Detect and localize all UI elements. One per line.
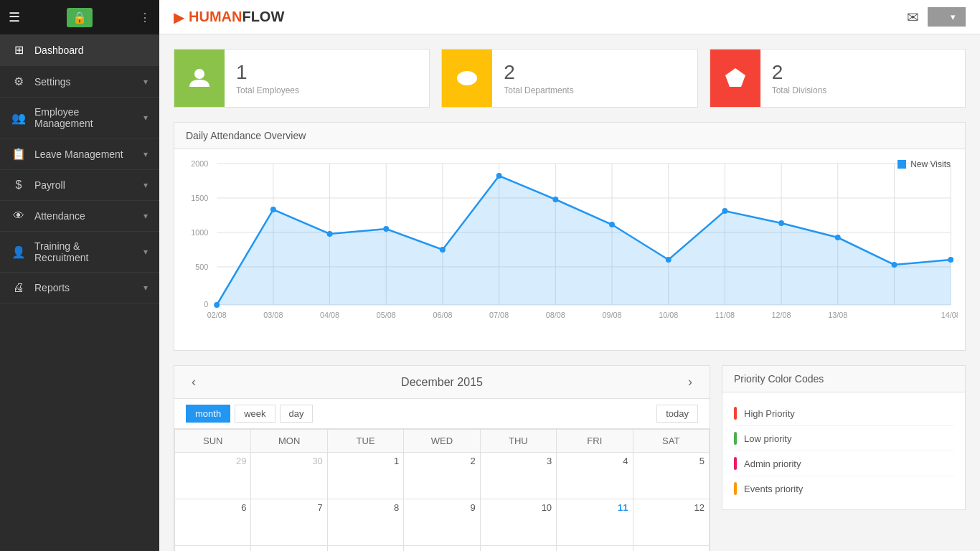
svg-text:0: 0 (204, 300, 208, 309)
sidebar-item-settings[interactable]: ⚙ Settings ▾ (0, 66, 159, 98)
calendar-day[interactable]: 6 (175, 499, 251, 546)
calendar-day[interactable]: 4 (557, 453, 633, 499)
calendar-day[interactable]: 1 (327, 453, 403, 499)
main-content: ▶ HUMANFLOW ✉ ▾ 1 Total Employees (159, 0, 980, 551)
sidebar-item-leave-management[interactable]: 📋 Leave Management ▾ (0, 138, 159, 170)
calendar-grid: SUN MON TUE WED THU FRI SAT 293012345678… (174, 429, 710, 551)
lock-icon: 🔒 (72, 11, 87, 24)
settings-icon: ⚙ (11, 75, 26, 88)
calendar-day[interactable]: 11 (557, 499, 633, 546)
priority-label: Low priority (744, 433, 791, 444)
chevron-down-icon: ▾ (143, 283, 148, 293)
priority-item: Admin priority (734, 451, 953, 476)
svg-text:08/08: 08/08 (546, 311, 565, 319)
divisions-card-body: 2 Total Divisions (760, 52, 839, 104)
svg-point-32 (496, 173, 502, 179)
calendar-day[interactable]: 8 (327, 499, 403, 546)
svg-text:1000: 1000 (191, 228, 208, 237)
calendar-day[interactable]: 17 (480, 546, 556, 552)
sidebar-item-label: Reports (34, 282, 135, 293)
calendar-day[interactable]: 30 (251, 453, 327, 499)
svg-point-40 (948, 257, 953, 263)
svg-point-36 (722, 208, 727, 214)
svg-text:10/08: 10/08 (659, 311, 678, 319)
priority-item: High Priority (734, 401, 953, 426)
calendar-day[interactable]: 12 (633, 499, 709, 546)
calendar-day[interactable]: 16 (404, 546, 480, 552)
mail-icon[interactable]: ✉ (907, 9, 919, 26)
col-sat: SAT (633, 430, 709, 453)
calendar-today-button[interactable]: today (656, 405, 698, 423)
sidebar-item-label: Employee Management (34, 106, 135, 129)
priority-item: Events priority (734, 476, 953, 501)
sidebar-item-attendance[interactable]: 👁 Attendance ▾ (0, 201, 159, 232)
calendar-day[interactable]: 29 (175, 453, 251, 499)
departments-icon (442, 50, 492, 107)
calendar-day[interactable]: 14 (251, 546, 327, 552)
calendar-week-button[interactable]: week (235, 405, 275, 423)
payroll-icon: $ (11, 179, 26, 192)
sidebar-item-payroll[interactable]: $ Payroll ▾ (0, 170, 159, 201)
calendar-day[interactable]: 7 (251, 499, 327, 546)
sidebar-item-label: Leave Management (34, 149, 135, 160)
svg-text:12/08: 12/08 (772, 311, 791, 319)
sidebar-item-employee-management[interactable]: 👥 Employee Management ▾ (0, 98, 159, 138)
sidebar-item-reports[interactable]: 🖨 Reports ▾ (0, 273, 159, 303)
sidebar-header: ☰ 🔒 ⋮ (0, 0, 159, 34)
svg-text:11/08: 11/08 (715, 311, 735, 319)
calendar-section: ‹ December 2015 › month week day today S… (174, 365, 710, 551)
svg-text:1500: 1500 (191, 194, 208, 202)
sidebar-item-label: Training & Recruitment (34, 240, 135, 263)
calendar-prev-button[interactable]: ‹ (186, 373, 202, 391)
svg-text:2000: 2000 (191, 159, 208, 168)
svg-text:05/08: 05/08 (377, 311, 396, 319)
sidebar-item-label: Payroll (34, 179, 135, 191)
page-body: 1 Total Employees 2 Total Departments (159, 34, 980, 551)
dashboard-icon: ⊞ (11, 43, 26, 57)
svg-point-27 (214, 302, 220, 308)
calendar-day[interactable]: 3 (480, 453, 556, 499)
sidebar-dots[interactable]: ⋮ (139, 11, 151, 24)
logo: ▶ HUMANFLOW (174, 9, 284, 26)
chart-section: Daily Attendance Overview New Visits 200… (174, 122, 966, 351)
calendar-day[interactable]: 9 (404, 499, 480, 546)
chart-header: Daily Attendance Overview (174, 123, 965, 149)
chevron-down-icon: ▾ (143, 77, 148, 87)
departments-card-body: 2 Total Departments (492, 52, 585, 104)
svg-text:14/08: 14/08 (941, 311, 958, 319)
calendar-day[interactable]: 13 (175, 546, 251, 552)
svg-point-38 (835, 235, 841, 240)
calendar-day[interactable]: 18 (557, 546, 633, 552)
sidebar-item-dashboard[interactable]: ⊞ Dashboard (0, 34, 159, 66)
calendar-day[interactable]: 19 (633, 546, 709, 552)
calendar-month-button[interactable]: month (186, 405, 230, 423)
col-wed: WED (404, 430, 480, 453)
user-menu-button[interactable]: ▾ (928, 7, 966, 27)
col-sun: SUN (175, 430, 251, 453)
svg-point-35 (666, 257, 672, 263)
hamburger-icon[interactable]: ☰ (9, 9, 20, 25)
sidebar-item-label: Dashboard (34, 44, 148, 56)
calendar-next-button[interactable]: › (682, 373, 698, 391)
divisions-count: 2 (772, 61, 827, 84)
calendar-day[interactable]: 5 (633, 453, 709, 499)
calendar-day[interactable]: 15 (327, 546, 403, 552)
sidebar-lock: 🔒 (67, 8, 93, 27)
stat-card-departments: 2 Total Departments (441, 49, 697, 108)
priority-label: Admin priority (744, 458, 801, 469)
calendar-day[interactable]: 10 (480, 499, 556, 546)
col-mon: MON (251, 430, 327, 453)
svg-text:06/08: 06/08 (433, 311, 452, 319)
legend-box (897, 160, 906, 169)
sidebar-item-training-recruitment[interactable]: 👤 Training & Recruitment ▾ (0, 232, 159, 273)
sidebar: ☰ 🔒 ⋮ ⊞ Dashboard ⚙ Settings ▾ 👥 Employe… (0, 0, 159, 551)
calendar-day[interactable]: 2 (404, 453, 480, 499)
logo-icon: ▶ (174, 9, 184, 26)
employees-label: Total Employees (236, 85, 299, 95)
priority-dot (734, 457, 737, 470)
priority-header: Priority Color Codes (722, 366, 965, 392)
sidebar-nav: ⊞ Dashboard ⚙ Settings ▾ 👥 Employee Mana… (0, 34, 159, 551)
svg-text:04/08: 04/08 (320, 311, 339, 319)
calendar-day-button[interactable]: day (280, 405, 314, 423)
svg-text:02/08: 02/08 (207, 311, 227, 319)
